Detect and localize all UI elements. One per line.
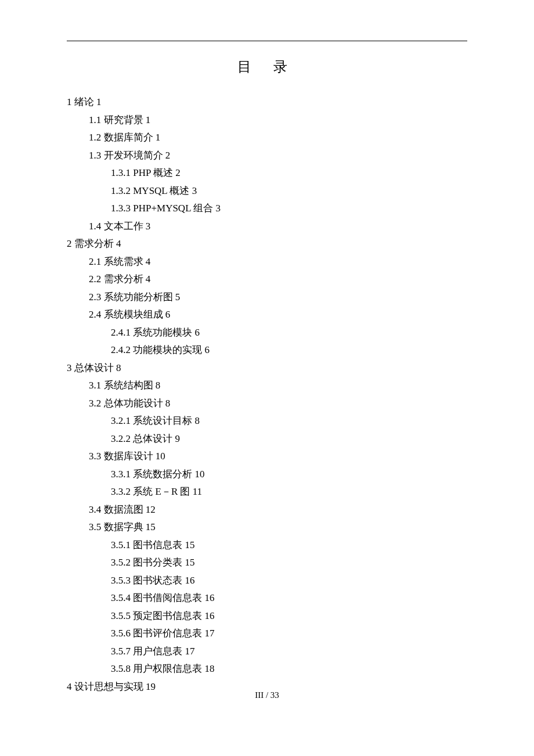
toc-entry-page: 9 — [175, 433, 181, 444]
toc-entry-page: 1 — [156, 132, 161, 143]
toc-entry: 2.2 需求分析 4 — [89, 271, 467, 289]
document-page: 目 录 1 绪论 11.1 研究背景 11.2 数据库简介 11.3 开发环境简… — [0, 0, 534, 696]
toc-entry-number: 3.5.7 — [111, 646, 131, 657]
toc-entry-number: 2.4.2 — [111, 344, 131, 355]
header-rule — [67, 41, 467, 41]
toc-entry: 2.4.1 系统功能模块 6 — [111, 324, 467, 342]
toc-entry: 3.2.1 系统设计目标 8 — [111, 412, 467, 430]
toc-entry: 2.1 系统需求 4 — [89, 253, 467, 271]
toc-entry-number: 1.4 — [89, 221, 101, 232]
toc-entry-number: 3.2.2 — [111, 433, 131, 444]
page-footer: III / 33 — [0, 690, 534, 700]
toc-entry-page: 5 — [175, 291, 181, 303]
toc-entry-number: 3.5.2 — [111, 557, 131, 568]
toc-entry: 3.1 系统结构图 8 — [89, 377, 467, 395]
toc-entry-page: 3 — [192, 185, 197, 196]
toc-entry-number: 3.2 — [89, 398, 101, 409]
toc-entry-number: 2.2 — [89, 273, 101, 285]
toc-entry-label: 功能模块的实现 — [133, 344, 202, 355]
toc-entry-page: 17 — [205, 628, 215, 639]
toc-entry-page: 4 — [146, 273, 151, 285]
toc-entry-label: 总体设计 — [74, 362, 114, 373]
toc-entry-label: 系统功能分析图 — [104, 291, 173, 303]
toc-entry-number: 2 — [67, 238, 72, 249]
toc-entry-number: 3.5 — [89, 521, 101, 532]
toc-entry-page: 10 — [156, 451, 165, 462]
toc-entry-page: 3 — [146, 221, 151, 232]
toc-entry: 3.5.5 预定图书信息表 16 — [111, 607, 467, 625]
toc-entry-label: 需求分析 — [104, 273, 143, 285]
toc-entry: 1.1 研究背景 1 — [89, 111, 467, 129]
toc-entry-label: 系统功能模块 — [133, 327, 192, 338]
toc-entry-page: 18 — [205, 663, 215, 674]
toc-entry-number: 3.3.1 — [111, 469, 131, 480]
toc-entry-page: 8 — [116, 362, 121, 373]
table-of-contents: 1 绪论 11.1 研究背景 11.2 数据库简介 11.3 开发环境简介 21… — [67, 93, 467, 696]
toc-entry-label: 图书评价信息表 — [133, 628, 202, 639]
toc-entry-page: 11 — [193, 486, 202, 497]
toc-entry: 1.2 数据库简介 1 — [89, 129, 467, 147]
toc-entry: 2.4.2 功能模块的实现 6 — [111, 341, 467, 359]
toc-entry-page: 2 — [165, 150, 171, 161]
toc-entry-label: 系统需求 — [104, 256, 143, 267]
toc-entry-number: 3.4 — [89, 504, 101, 515]
toc-entry-number: 3.5.6 — [111, 628, 131, 639]
toc-entry-page: 15 — [185, 557, 195, 568]
toc-entry-number: 3.5.5 — [111, 610, 131, 621]
toc-entry-page: 15 — [185, 539, 195, 550]
toc-entry-page: 6 — [205, 344, 210, 355]
toc-entry-number: 1.3 — [89, 150, 101, 161]
toc-entry-page: 15 — [146, 521, 156, 532]
toc-entry-label: 研究背景 — [104, 114, 143, 125]
toc-entry-label: 数据库简介 — [104, 132, 153, 143]
toc-entry-page: 16 — [205, 610, 215, 621]
toc-entry-number: 3.3 — [89, 451, 101, 462]
toc-entry-page: 1 — [146, 114, 151, 125]
toc-entry-label: 图书分类表 — [133, 557, 182, 568]
toc-entry: 3.5 数据字典 15 — [89, 519, 467, 537]
toc-entry-number: 3.5.3 — [111, 575, 131, 586]
toc-entry-label: 用户权限信息表 — [133, 663, 202, 674]
toc-entry-label: 系统数据分析 — [133, 469, 192, 480]
toc-entry-page: 8 — [195, 415, 200, 426]
toc-entry-number: 2.4 — [89, 309, 101, 320]
toc-entry-number: 2.4.1 — [111, 327, 131, 338]
toc-entry: 1.3.3 PHP+MYSQL 组合 3 — [111, 200, 467, 218]
toc-entry-label: 数据字典 — [104, 521, 143, 532]
toc-entry-page: 10 — [195, 469, 205, 480]
toc-entry: 1.3.1 PHP 概述 2 — [111, 164, 467, 182]
toc-entry-label: PHP+MYSQL 组合 — [133, 203, 213, 214]
toc-entry: 2.4 系统模块组成 6 — [89, 306, 467, 324]
toc-entry: 3.5.8 用户权限信息表 18 — [111, 660, 467, 678]
toc-entry-number: 1.3.1 — [111, 167, 131, 178]
toc-entry-page: 12 — [146, 504, 156, 515]
toc-entry-page: 17 — [185, 646, 195, 657]
toc-entry: 3.5.6 图书评价信息表 17 — [111, 625, 467, 643]
toc-entry: 3.5.4 图书借阅信息表 16 — [111, 589, 467, 607]
toc-entry-number: 1 — [67, 96, 72, 107]
toc-entry-number: 3.5.1 — [111, 539, 131, 550]
toc-entry-page: 2 — [175, 167, 181, 178]
toc-entry-label: 系统结构图 — [104, 380, 153, 391]
toc-entry-number: 1.3.3 — [111, 203, 131, 214]
toc-entry-number: 3.5.8 — [111, 663, 131, 674]
toc-entry: 3.2.2 总体设计 9 — [111, 430, 467, 448]
toc-entry: 3 总体设计 8 — [67, 359, 467, 377]
toc-entry: 3.3.1 系统数据分析 10 — [111, 466, 467, 484]
toc-entry: 2.3 系统功能分析图 5 — [89, 289, 467, 307]
toc-entry-page: 3 — [215, 203, 221, 214]
toc-entry: 3.5.1 图书信息表 15 — [111, 537, 467, 555]
toc-entry-page: 16 — [185, 575, 195, 586]
toc-entry: 3.5.3 图书状态表 16 — [111, 572, 467, 590]
toc-entry-number: 3 — [67, 362, 72, 373]
toc-entry-page: 6 — [165, 309, 171, 320]
toc-entry-label: 需求分析 — [74, 238, 114, 249]
toc-entry: 3.5.7 用户信息表 17 — [111, 643, 467, 661]
toc-entry-number: 2.1 — [89, 256, 101, 267]
toc-entry-number: 3.2.1 — [111, 415, 131, 426]
toc-entry-number: 3.3.2 — [111, 486, 131, 497]
toc-entry: 1.3 开发环境简介 2 — [89, 147, 467, 165]
toc-entry-label: 系统模块组成 — [104, 309, 163, 320]
toc-entry-label: 总体功能设计 — [104, 398, 163, 409]
toc-entry: 1.4 文本工作 3 — [89, 218, 467, 236]
